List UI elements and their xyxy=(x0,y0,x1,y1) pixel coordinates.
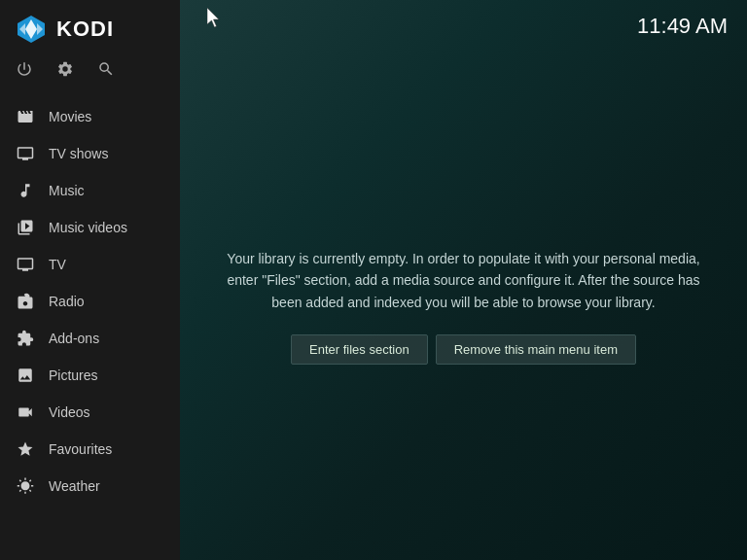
music-icon xyxy=(16,181,35,200)
sidebar: KODI Movies TV shows xyxy=(0,0,180,560)
clock: 11:49 AM xyxy=(637,14,728,39)
enter-files-button[interactable]: Enter files section xyxy=(291,334,428,365)
action-buttons: Enter files section Remove this main men… xyxy=(219,334,708,365)
kodi-logo-icon xyxy=(16,14,47,45)
sidebar-label-weather: Weather xyxy=(49,478,100,494)
sidebar-label-addons: Add-ons xyxy=(49,331,99,346)
sidebar-label-videos: Videos xyxy=(49,404,90,420)
topbar: 11:49 AM xyxy=(180,0,747,52)
app-title: KODI xyxy=(56,17,114,42)
favourites-icon xyxy=(16,439,35,459)
sidebar-label-music: Music xyxy=(49,183,85,198)
sidebar-label-pictures: Pictures xyxy=(49,368,98,383)
content-area: Your library is currently empty. In orde… xyxy=(180,52,747,560)
tv-icon xyxy=(16,255,35,274)
sidebar-item-movies[interactable]: Movies xyxy=(0,98,180,135)
message-box: Your library is currently empty. In orde… xyxy=(219,248,708,365)
tvshows-icon xyxy=(16,144,35,163)
sidebar-item-music[interactable]: Music xyxy=(0,172,180,209)
musicvideos-icon xyxy=(16,218,35,237)
pictures-icon xyxy=(16,366,35,385)
sidebar-item-addons[interactable]: Add-ons xyxy=(0,320,180,357)
sidebar-label-tvshows: TV shows xyxy=(49,146,108,161)
library-empty-message: Your library is currently empty. In orde… xyxy=(219,248,708,313)
sidebar-label-radio: Radio xyxy=(49,294,85,309)
sidebar-item-weather[interactable]: Weather xyxy=(0,468,180,505)
sidebar-item-videos[interactable]: Videos xyxy=(0,394,180,431)
sidebar-item-radio[interactable]: Radio xyxy=(0,283,180,320)
sidebar-item-tv[interactable]: TV xyxy=(0,246,180,283)
cursor-indicator xyxy=(207,8,225,34)
movies-icon xyxy=(16,107,35,126)
logo-area: KODI xyxy=(0,0,180,56)
weather-icon xyxy=(16,476,35,496)
search-button[interactable] xyxy=(97,60,115,83)
sidebar-item-tvshows[interactable]: TV shows xyxy=(0,135,180,172)
sidebar-item-favourites[interactable]: Favourites xyxy=(0,431,180,468)
settings-button[interactable] xyxy=(56,60,74,83)
sidebar-label-movies: Movies xyxy=(49,109,91,124)
sidebar-label-favourites: Favourites xyxy=(49,441,112,457)
nav-menu: Movies TV shows Music Music videos xyxy=(0,98,180,560)
videos-icon xyxy=(16,402,35,422)
remove-menu-item-button[interactable]: Remove this main menu item xyxy=(436,334,636,365)
sidebar-item-musicvideos[interactable]: Music videos xyxy=(0,209,180,246)
addons-icon xyxy=(16,329,35,348)
sidebar-label-tv: TV xyxy=(49,257,66,272)
sidebar-item-pictures[interactable]: Pictures xyxy=(0,357,180,394)
power-button[interactable] xyxy=(16,60,33,83)
main-content: 11:49 AM Your library is currently empty… xyxy=(180,0,747,560)
toolbar xyxy=(0,56,180,94)
radio-icon xyxy=(16,292,35,311)
sidebar-label-musicvideos: Music videos xyxy=(49,220,127,235)
